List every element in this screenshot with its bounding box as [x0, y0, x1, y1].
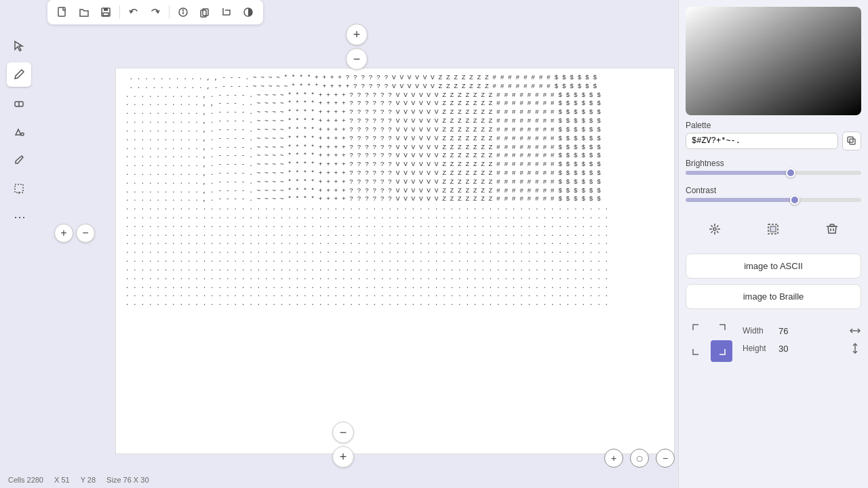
contrast-button[interactable]	[239, 3, 258, 22]
svg-rect-13	[15, 184, 23, 192]
image-to-ascii-button[interactable]: image to ASCII	[686, 253, 861, 279]
redo-button[interactable]	[146, 3, 165, 22]
resize-top-left[interactable]	[686, 317, 707, 339]
brightness-section: Brightness	[686, 159, 861, 175]
info-button[interactable]	[174, 3, 193, 22]
height-row: Height 30	[743, 340, 861, 357]
pen-tool[interactable]	[7, 62, 31, 87]
circle-icon: ○	[635, 451, 644, 466]
svg-rect-2	[104, 8, 108, 11]
bottom-playback-controls: + ○ −	[604, 449, 675, 468]
open-button[interactable]	[75, 3, 94, 22]
save-button[interactable]	[96, 3, 115, 22]
more-tools[interactable]: ⋯	[7, 205, 31, 229]
color-gradient-display	[686, 7, 861, 115]
left-sidebar: ⋯	[7, 34, 31, 229]
width-value: 76	[778, 326, 799, 336]
width-resize-icon	[849, 325, 861, 337]
svg-line-22	[717, 231, 719, 233]
svg-point-25	[713, 228, 716, 230]
zoom-canvas-plus[interactable]: +	[54, 224, 73, 243]
right-panel: Palette Brightness Contrast	[678, 0, 868, 488]
svg-rect-29	[830, 224, 834, 226]
playback-dot[interactable]: ○	[630, 449, 649, 468]
y-coord-label: Y 28	[81, 476, 96, 484]
select-tool[interactable]	[7, 34, 31, 58]
contrast-section: Contrast	[686, 186, 861, 202]
zoom-bottom-minus[interactable]: −	[332, 422, 354, 443]
zoom-top-controls: + −	[346, 24, 368, 70]
palette-label: Palette	[686, 121, 861, 130]
zoom-bottom-plus[interactable]: +	[332, 446, 354, 468]
svg-line-23	[717, 226, 719, 228]
resize-section: Width 76 Height 30	[686, 314, 861, 365]
canvas-content: . . . . . . . . . . , , - - - . ~ ~ ~ ~ …	[121, 74, 669, 308]
contrast-label: Contrast	[686, 186, 861, 195]
copy-button[interactable]	[195, 3, 214, 22]
svg-rect-0	[58, 7, 65, 16]
palette-input[interactable]	[686, 133, 838, 149]
palette-copy-button[interactable]	[842, 131, 861, 150]
height-resize-icon	[849, 342, 861, 354]
playback-next[interactable]: −	[656, 449, 675, 468]
width-label: Width	[743, 326, 773, 336]
svg-line-21	[711, 226, 713, 228]
palette-row	[686, 131, 861, 150]
marquee-tool[interactable]	[7, 176, 31, 201]
zoom-left-controls: + −	[54, 224, 95, 243]
resize-bottom-left[interactable]	[686, 340, 707, 362]
eraser-tool[interactable]	[7, 91, 31, 115]
status-bar: Cells 2280 X 51 Y 28 Size 76 X 30	[0, 472, 868, 488]
brightness-slider[interactable]	[686, 171, 861, 175]
resize-handles-grid	[686, 317, 734, 362]
action-icons-row	[686, 210, 861, 248]
dimensions-panel: Width 76 Height 30	[743, 322, 861, 357]
brightness-label: Brightness	[686, 159, 861, 168]
undo-button[interactable]	[124, 3, 143, 22]
toolbar-divider-1	[119, 5, 120, 19]
svg-point-12	[21, 133, 24, 136]
svg-point-6	[183, 10, 184, 11]
cells-label: Cells 2280	[8, 476, 43, 484]
delete-button[interactable]	[818, 216, 846, 243]
size-label: Size 76 X 30	[106, 476, 149, 484]
height-label: Height	[743, 344, 773, 353]
svg-rect-3	[103, 13, 108, 16]
toolbar-divider-2	[169, 5, 170, 19]
image-to-braille-button[interactable]: image to Braille	[686, 284, 861, 309]
svg-line-24	[711, 231, 713, 233]
zoom-canvas-minus[interactable]: −	[76, 224, 95, 243]
zoom-top-plus[interactable]: +	[346, 24, 368, 45]
palette-section: Palette	[686, 121, 861, 150]
color-preview	[686, 7, 861, 115]
height-value: 30	[778, 344, 799, 354]
ascii-canvas[interactable]: . . . . . . . . . . , , - - - . ~ ~ ~ ~ …	[115, 68, 675, 454]
svg-rect-16	[848, 137, 853, 142]
fill-tool[interactable]	[7, 119, 31, 144]
zoom-bottom-controls: − +	[332, 422, 354, 468]
svg-rect-15	[850, 139, 855, 144]
resize-bottom-right[interactable]	[711, 340, 732, 362]
magic-wand-button[interactable]	[701, 216, 728, 243]
resize-top-right[interactable]	[711, 317, 732, 339]
new-button[interactable]	[53, 3, 72, 22]
width-row: Width 76	[743, 322, 861, 340]
x-coord-label: X 51	[54, 476, 70, 484]
crop-selection-button[interactable]	[760, 216, 787, 243]
playback-prev[interactable]: +	[604, 449, 623, 468]
contrast-slider[interactable]	[686, 198, 861, 202]
zoom-top-minus[interactable]: −	[346, 48, 368, 70]
crop-button[interactable]	[217, 3, 236, 22]
svg-rect-27	[770, 226, 776, 232]
eyedropper-tool[interactable]	[7, 148, 31, 172]
top-toolbar	[47, 0, 263, 24]
